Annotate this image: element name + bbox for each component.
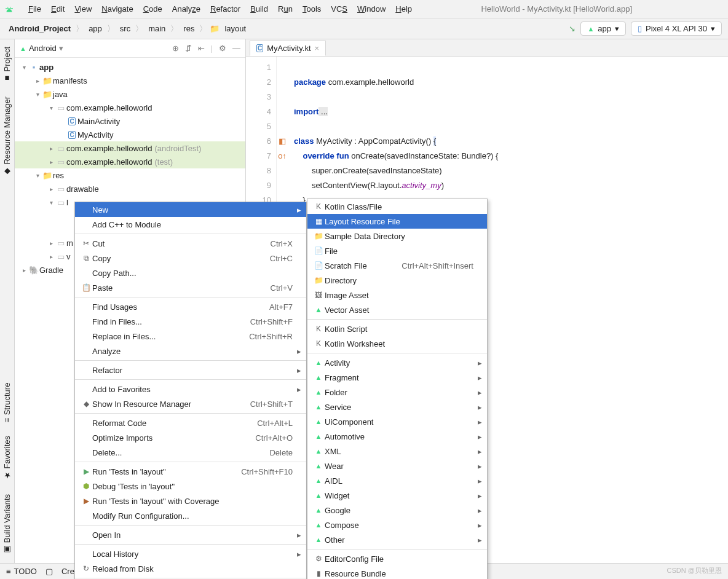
sort-icon[interactable]: ⇵ bbox=[185, 44, 192, 53]
menu-item[interactable]: Copy Path... bbox=[75, 266, 306, 280]
tree-drawable[interactable]: ▸▭drawable bbox=[15, 182, 245, 195]
menu-item[interactable]: 📁Directory bbox=[307, 273, 487, 288]
menu-item[interactable]: ✂CutCtrl+X bbox=[75, 236, 306, 251]
menu-edit[interactable]: Edit bbox=[46, 2, 69, 16]
menu-tools[interactable]: Tools bbox=[298, 2, 326, 16]
crumb-res[interactable]: res bbox=[181, 23, 197, 34]
menu-item[interactable]: ▲Vector Asset bbox=[307, 302, 487, 317]
menu-item[interactable]: ◆Show In Resource ManagerCtrl+Shift+T bbox=[75, 396, 306, 411]
menu-item[interactable]: ▲AIDL▸ bbox=[307, 473, 487, 488]
device-selector[interactable]: ▯ Pixel 4 XL API 30 ▾ bbox=[631, 22, 722, 36]
gear-icon[interactable]: ⚙ bbox=[219, 44, 226, 53]
tree-pkg2[interactable]: ▸▭com.example.helloworld(androidTest) bbox=[15, 141, 245, 155]
tree-java[interactable]: ▾📁java bbox=[15, 87, 245, 101]
menu-item[interactable]: ▮Resource Bundle bbox=[307, 566, 487, 579]
android-icon: ▲ bbox=[587, 25, 594, 33]
menu-item[interactable]: ▲Google▸ bbox=[307, 503, 487, 518]
chevron-down-icon[interactable]: ▾ bbox=[59, 44, 63, 53]
menu-item[interactable]: Open In▸ bbox=[75, 527, 306, 542]
editor-tab-myactivity[interactable]: C MyActivity.kt × bbox=[250, 41, 326, 56]
menu-item[interactable]: ▲Compose▸ bbox=[307, 518, 487, 532]
menu-item[interactable]: Delete...Delete bbox=[75, 445, 306, 460]
run-config-selector[interactable]: ▲ app ▾ bbox=[580, 22, 626, 36]
menu-item[interactable]: ▲Automotive▸ bbox=[307, 429, 487, 444]
menu-vcs[interactable]: VCS bbox=[326, 2, 352, 16]
menu-item[interactable]: Refactor▸ bbox=[75, 363, 306, 377]
menu-item[interactable]: 📋PasteCtrl+V bbox=[75, 280, 306, 295]
menu-file[interactable]: File bbox=[23, 2, 46, 16]
menu-item[interactable]: Modify Run Configuration... bbox=[75, 508, 306, 523]
menu-item[interactable]: ▲Widget▸ bbox=[307, 488, 487, 503]
target-icon[interactable]: ⊕ bbox=[172, 44, 179, 53]
context-menu-new[interactable]: KKotlin Class/File▦Layout Resource File📁… bbox=[307, 199, 488, 579]
menu-item[interactable]: ▲UiComponent▸ bbox=[307, 414, 487, 429]
hammer-icon[interactable]: ↘ bbox=[569, 24, 576, 33]
menu-item[interactable]: KKotlin Worksheet bbox=[307, 336, 487, 351]
menu-item[interactable]: ⧉CopyCtrl+C bbox=[75, 251, 306, 266]
menu-item[interactable]: ▲Fragment▸ bbox=[307, 370, 487, 385]
menu-item[interactable]: Reformat CodeCtrl+Alt+L bbox=[75, 416, 306, 430]
tree-pkg3[interactable]: ▸▭com.example.helloworld(test) bbox=[15, 155, 245, 168]
menu-item[interactable]: Replace in Files...Ctrl+Shift+R bbox=[75, 329, 306, 344]
menu-analyze[interactable]: Analyze bbox=[167, 2, 205, 16]
menu-run[interactable]: Run bbox=[273, 2, 298, 16]
menu-item[interactable]: ↻Reload from Disk bbox=[75, 561, 306, 576]
tree-res[interactable]: ▾📁res bbox=[15, 168, 245, 182]
menu-item[interactable]: ▲Other▸ bbox=[307, 532, 487, 547]
menu-item[interactable]: Find in Files...Ctrl+Shift+F bbox=[75, 314, 306, 329]
menu-help[interactable]: Help bbox=[390, 2, 417, 16]
close-icon[interactable]: × bbox=[315, 44, 320, 53]
menu-item[interactable]: ▲Activity▸ bbox=[307, 355, 487, 370]
context-menu-primary[interactable]: New▸Add C++ to Module✂CutCtrl+X⧉CopyCtrl… bbox=[74, 202, 307, 579]
status-term-icon[interactable]: ▢ bbox=[46, 567, 53, 576]
menu-item[interactable]: Add to Favorites▸ bbox=[75, 382, 306, 396]
menu-item[interactable]: 📁Sample Data Directory bbox=[307, 229, 487, 243]
tab-structure[interactable]: ≡Structure bbox=[1, 378, 13, 427]
menu-item[interactable]: Find UsagesAlt+F7 bbox=[75, 299, 306, 314]
minimize-icon[interactable]: — bbox=[232, 44, 240, 53]
menu-item[interactable]: ▶Run 'Tests in 'layout'' with Coverage bbox=[75, 494, 306, 508]
menu-item[interactable]: Local History▸ bbox=[75, 546, 306, 561]
tree-app[interactable]: ▾▪app bbox=[15, 60, 245, 74]
crumb-app[interactable]: app bbox=[86, 23, 105, 34]
menu-item[interactable]: Add C++ to Module bbox=[75, 217, 306, 232]
menu-item[interactable]: ▦Layout Resource File bbox=[307, 214, 487, 229]
menu-item[interactable]: ⚙EditorConfig File bbox=[307, 551, 487, 566]
tree-mainactivity[interactable]: CMainActivity bbox=[15, 114, 245, 128]
menu-item[interactable]: ⬢Debug 'Tests in 'layout'' bbox=[75, 479, 306, 494]
collapse-icon[interactable]: ⇤ bbox=[198, 44, 205, 53]
menu-item[interactable]: ▲Folder▸ bbox=[307, 385, 487, 400]
tool-tabs-left: ■Project ◆Resource Manager ≡Structure ★F… bbox=[0, 39, 15, 563]
crumb-main[interactable]: main bbox=[146, 23, 168, 34]
menu-window[interactable]: Window bbox=[352, 2, 390, 16]
tab-project[interactable]: ■Project bbox=[1, 42, 13, 88]
menu-item[interactable]: New▸ bbox=[75, 202, 306, 217]
menu-item[interactable]: 📄File bbox=[307, 243, 487, 258]
menu-item[interactable]: ▶Run 'Tests in 'layout''Ctrl+Shift+F10 bbox=[75, 464, 306, 479]
tree-manifests[interactable]: ▸📁manifests bbox=[15, 74, 245, 87]
panel-title[interactable]: Android bbox=[29, 44, 57, 53]
menu-code[interactable]: Code bbox=[138, 2, 167, 16]
menu-view[interactable]: View bbox=[69, 2, 97, 16]
tab-resource-manager[interactable]: ◆Resource Manager bbox=[1, 92, 13, 181]
menu-navigate[interactable]: Navigate bbox=[97, 2, 138, 16]
crumb-src[interactable]: src bbox=[117, 23, 133, 34]
menu-refactor[interactable]: Refactor bbox=[205, 2, 245, 16]
status-todo[interactable]: ≡TODO bbox=[6, 567, 37, 576]
menu-item[interactable]: KKotlin Class/File bbox=[307, 199, 487, 214]
menu-item[interactable]: 🖼Image Asset bbox=[307, 288, 487, 302]
menu-item[interactable]: ▲Service▸ bbox=[307, 400, 487, 414]
menu-item[interactable]: ▲XML▸ bbox=[307, 444, 487, 459]
tree-pkg1[interactable]: ▾▭com.example.helloworld bbox=[15, 101, 245, 114]
menu-item[interactable]: Optimize ImportsCtrl+Alt+O bbox=[75, 430, 306, 445]
crumb-project[interactable]: Android_Project bbox=[6, 23, 73, 34]
menu-item[interactable]: ▲Wear▸ bbox=[307, 459, 487, 473]
menu-item[interactable]: Analyze▸ bbox=[75, 344, 306, 358]
crumb-layout[interactable]: layout bbox=[222, 23, 248, 34]
tab-favorites[interactable]: ★Favorites bbox=[1, 431, 13, 485]
menu-item[interactable]: KKotlin Script bbox=[307, 321, 487, 336]
menu-item[interactable]: 📄Scratch FileCtrl+Alt+Shift+Insert bbox=[307, 258, 487, 273]
tree-myactivity[interactable]: CMyActivity bbox=[15, 128, 245, 141]
tab-build-variants[interactable]: ▣Build Variants bbox=[1, 489, 13, 559]
menu-build[interactable]: Build bbox=[245, 2, 273, 16]
